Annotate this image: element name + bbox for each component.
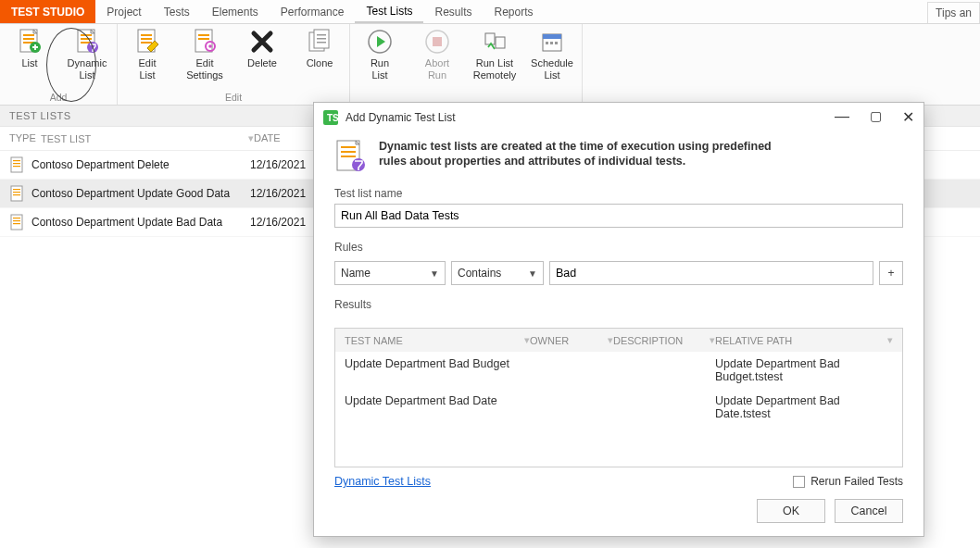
svg-rect-23 <box>317 42 326 44</box>
svg-rect-34 <box>11 157 22 172</box>
clone-icon <box>306 28 333 56</box>
results-row[interactable]: Update Department Bad Budget Update Depa… <box>335 352 902 389</box>
select-value: Contains <box>458 267 501 280</box>
menu-performance[interactable]: Performance <box>270 0 356 23</box>
rib-label: List <box>21 57 37 69</box>
svg-rect-7 <box>81 38 92 40</box>
dynamic-list-button[interactable]: DynamicList <box>65 28 109 81</box>
ok-button[interactable]: OK <box>757 499 825 523</box>
chevron-down-icon: ▼ <box>528 268 537 279</box>
menu-results[interactable]: Results <box>423 0 483 23</box>
cell-description <box>613 357 715 383</box>
col-description[interactable]: DESCRIPTION▾ <box>613 334 715 346</box>
rule-value-input[interactable] <box>549 261 873 285</box>
rule-field-select[interactable]: Name ▼ <box>334 261 446 285</box>
play-icon <box>366 28 394 56</box>
chevron-down-icon: ▼ <box>430 268 439 279</box>
brand: TEST STUDIO <box>0 0 95 23</box>
test-list-name: Contoso Department Update Bad Data <box>31 216 250 229</box>
svg-rect-45 <box>13 223 20 224</box>
schedule-icon <box>538 28 566 56</box>
svg-rect-21 <box>317 34 326 36</box>
delete-button[interactable]: Delete <box>240 28 284 81</box>
clone-button[interactable]: Clone <box>297 28 342 81</box>
rib-label: Delete <box>247 57 277 69</box>
rib-label: Clone <box>307 57 333 69</box>
test-list-name: Contoso Department Delete <box>31 158 250 171</box>
svg-rect-42 <box>11 215 22 230</box>
intro-line: Dynamic test lists are created at the ti… <box>379 139 772 154</box>
schedule-list-button[interactable]: ScheduleList <box>530 28 574 81</box>
abort-run-button: AbortRun <box>415 28 459 81</box>
menu-project[interactable]: Project <box>95 0 152 23</box>
menu-tests[interactable]: Tests <box>153 0 201 23</box>
col-owner[interactable]: OWNER▾ <box>530 334 613 346</box>
results-grid: TEST NAME▾ OWNER▾ DESCRIPTION▾ RELATIVE … <box>334 328 903 467</box>
dynamic-list-large-icon <box>334 139 366 174</box>
edit-settings-button[interactable]: EditSettings <box>182 28 227 81</box>
edit-settings-icon <box>191 28 219 56</box>
svg-rect-16 <box>198 38 209 40</box>
delete-icon <box>248 28 276 56</box>
ribbon-group-run: RunList AbortRun Run ListRemotely Schedu… <box>350 24 583 105</box>
app-icon: TS <box>323 110 338 125</box>
cell-test-name: Update Department Bad Date <box>345 394 530 420</box>
tips-button[interactable]: Tips an <box>927 2 980 23</box>
svg-rect-38 <box>11 186 22 201</box>
menubar: TEST STUDIO Project Tests Elements Perfo… <box>0 0 980 24</box>
menu-elements[interactable]: Elements <box>201 0 270 23</box>
svg-rect-15 <box>198 34 209 36</box>
svg-text:TS: TS <box>327 113 338 123</box>
rerun-failed-checkbox[interactable] <box>793 476 805 488</box>
svg-rect-2 <box>23 38 34 40</box>
add-rule-button[interactable]: + <box>879 261 903 285</box>
svg-rect-33 <box>555 42 558 44</box>
svg-rect-6 <box>81 34 92 36</box>
dynamic-list-icon <box>73 28 101 56</box>
col-label: DESCRIPTION <box>613 335 683 346</box>
minimize-icon[interactable]: — <box>835 108 849 126</box>
rib-label: Run ListRemotely <box>473 57 516 81</box>
rerun-failed-label: Rerun Failed Tests <box>810 475 903 488</box>
svg-rect-31 <box>546 42 548 44</box>
col-relative-path[interactable]: RELATIVE PATH▾ <box>715 334 893 346</box>
col-label: TEST LIST <box>41 133 91 144</box>
svg-point-18 <box>208 44 212 48</box>
ribbon-group-edit: EditList EditSettings Delete Clone <box>118 24 350 105</box>
rib-group-label: Edit <box>125 92 342 105</box>
filter-icon[interactable]: ▾ <box>887 334 893 346</box>
svg-rect-26 <box>433 37 442 46</box>
rib-label: RunList <box>371 57 389 81</box>
run-list-button[interactable]: RunList <box>358 28 402 81</box>
list-button[interactable]: List <box>7 28 52 81</box>
test-list-name-input[interactable] <box>334 204 903 228</box>
dialog-intro-text: Dynamic test lists are created at the ti… <box>379 139 772 168</box>
results-label: Results <box>334 298 903 311</box>
dialog-title: Add Dynamic Test List <box>346 111 456 124</box>
svg-rect-51 <box>341 156 356 157</box>
svg-rect-37 <box>13 166 20 167</box>
ribbon: List DynamicList Add EditList <box>0 24 980 106</box>
results-row[interactable]: Update Department Bad Date Update Depart… <box>335 389 902 426</box>
cell-test-name: Update Department Bad Budget <box>345 357 530 383</box>
rib-label: EditSettings <box>186 57 223 81</box>
list-type-icon <box>4 185 31 202</box>
menu-reports[interactable]: Reports <box>483 0 544 23</box>
rib-label: AbortRun <box>425 57 449 81</box>
cell-relative-path: Update Department Bad Date.tstest <box>715 394 893 420</box>
cancel-button[interactable]: Cancel <box>835 499 903 523</box>
col-type[interactable]: TYPE <box>9 132 41 144</box>
col-test-name[interactable]: TEST NAME▾ <box>345 334 530 346</box>
dynamic-test-lists-link[interactable]: Dynamic Test Lists <box>334 475 431 488</box>
close-icon[interactable]: ✕ <box>902 108 914 126</box>
svg-rect-39 <box>13 189 20 190</box>
rule-op-select[interactable]: Contains ▼ <box>451 261 544 285</box>
svg-rect-30 <box>543 34 561 39</box>
svg-rect-43 <box>13 218 20 218</box>
col-test-list[interactable]: TEST LIST ▾ <box>41 132 254 144</box>
edit-list-button[interactable]: EditList <box>125 28 170 81</box>
maximize-icon[interactable]: ▢ <box>870 108 882 126</box>
menu-test-lists[interactable]: Test Lists <box>355 0 423 23</box>
rib-label: ScheduleList <box>531 57 573 81</box>
run-list-remotely-button[interactable]: Run ListRemotely <box>472 28 517 81</box>
